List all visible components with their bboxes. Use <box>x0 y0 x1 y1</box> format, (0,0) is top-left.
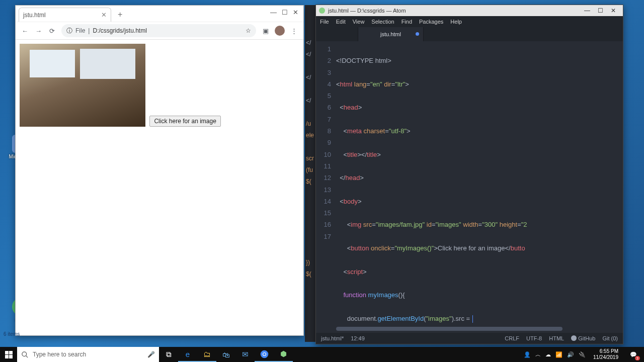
click-image-button[interactable]: Click here for an image <box>149 116 220 127</box>
bookmark-star-icon[interactable]: ☆ <box>246 27 251 34</box>
status-github[interactable]: GitHub <box>571 335 595 341</box>
window-title: jstu.html — D:\cssgrids — Atom <box>328 8 406 14</box>
status-eol[interactable]: CRLF <box>505 335 519 341</box>
window-controls: — ☐ ✕ <box>270 6 303 22</box>
reload-button[interactable]: ⟳ <box>48 27 56 35</box>
tray-onedrive-icon[interactable]: ☁ <box>545 351 551 358</box>
windows-logo-icon <box>5 351 13 358</box>
taskbar-app-chrome[interactable] <box>255 347 274 362</box>
start-button[interactable] <box>0 347 17 362</box>
maximize-button[interactable]: ☐ <box>594 7 607 14</box>
tray-power-icon[interactable]: 🔌 <box>579 351 586 358</box>
editor-tabs: jstu.html <box>316 27 623 41</box>
page-content: Click here for an image <box>16 40 303 131</box>
editor-tab-label: jstu.html <box>380 31 401 37</box>
browser-toolbar: ← → ⟳ ⓘ File | D:/cssgrids/jstu.html ☆ ▣… <box>16 22 303 40</box>
taskbar-app-atom[interactable]: ⬢ <box>274 347 293 362</box>
svg-point-4 <box>263 353 266 355</box>
modified-indicator-icon <box>416 32 419 36</box>
menu-help[interactable]: Help <box>450 19 462 25</box>
github-icon <box>571 335 577 341</box>
code-lines[interactable]: <!DOCTYPE html> <html lang="en" dir="ltr… <box>336 41 623 333</box>
menu-selection[interactable]: Selection <box>371 19 394 25</box>
menu-edit[interactable]: Edit <box>336 19 346 25</box>
svg-point-0 <box>22 351 27 356</box>
mic-icon[interactable]: 🎤 <box>147 351 155 358</box>
tray-people-icon[interactable]: 👤 <box>524 351 531 358</box>
explorer-status-text: 6 items <box>4 331 20 337</box>
browser-titlebar: jstu.html ✕ + — ☐ ✕ <box>16 6 303 22</box>
text-cursor <box>472 315 473 323</box>
status-git[interactable]: Git (0) <box>602 335 618 341</box>
tray-network-icon[interactable]: 📶 <box>555 351 562 358</box>
menu-file[interactable]: File <box>320 19 329 25</box>
status-language[interactable]: HTML <box>549 335 564 341</box>
atom-window: jstu.html — D:\cssgrids — Atom — ☐ ✕ Fil… <box>315 5 623 344</box>
code-editor[interactable]: 1234567891011121314151617 <!DOCTYPE html… <box>316 41 623 333</box>
system-tray: 👤 ︿ ☁ 📶 🔊 🔌 6:55 PM11/24/2019 💬 3 <box>524 347 644 362</box>
tray-volume-icon[interactable]: 🔊 <box>567 351 574 358</box>
status-cursor-pos[interactable]: 12:49 <box>351 335 365 341</box>
minimize-button[interactable]: — <box>270 9 277 22</box>
editor-titlebar: jstu.html — D:\cssgrids — Atom — ☐ ✕ <box>316 5 623 16</box>
editor-tab-active[interactable]: jstu.html <box>358 27 424 41</box>
menu-find[interactable]: Find <box>401 19 412 25</box>
background-editor-sliver: </</ </ </ /u ele scr(fu $( }) $( <box>305 5 316 342</box>
taskbar-app-explorer[interactable]: 🗂 <box>197 347 216 362</box>
chrome-menu-icon[interactable]: ⋮ <box>290 27 298 35</box>
new-tab-button[interactable]: + <box>113 8 127 22</box>
svg-line-1 <box>26 355 28 357</box>
editor-tab-inactive[interactable] <box>316 27 358 41</box>
horizontal-scrollbar[interactable] <box>336 327 619 331</box>
menu-view[interactable]: View <box>353 19 365 25</box>
line-numbers: 1234567891011121314151617 <box>316 41 336 333</box>
atom-icon <box>319 8 325 14</box>
menu-packages[interactable]: Packages <box>419 19 443 25</box>
back-button[interactable]: ← <box>21 27 29 35</box>
forward-button[interactable]: → <box>34 27 43 35</box>
chrome-window: jstu.html ✕ + — ☐ ✕ ← → ⟳ ⓘ File | D:/cs… <box>15 5 304 336</box>
close-tab-icon[interactable]: ✕ <box>101 11 107 19</box>
taskbar-app-edge[interactable]: e <box>178 347 197 362</box>
address-bar[interactable]: ⓘ File | D:/cssgrids/jstu.html ☆ <box>61 24 256 37</box>
taskbar-app-mail[interactable]: ✉ <box>235 347 255 362</box>
status-file[interactable]: jstu.html* <box>321 335 344 341</box>
editor-statusbar: jstu.html* 12:49 CRLF UTF-8 HTML GitHub … <box>316 333 623 344</box>
minimize-button[interactable]: — <box>581 7 594 14</box>
status-encoding[interactable]: UTF-8 <box>526 335 542 341</box>
search-icon <box>21 351 29 358</box>
close-window-button[interactable]: ✕ <box>293 9 298 22</box>
url-path: D:/cssgrids/jstu.html <box>93 27 146 34</box>
close-window-button[interactable]: ✕ <box>607 7 620 14</box>
editor-menubar: File Edit View Selection Find Packages H… <box>316 16 623 27</box>
search-placeholder: Type here to search <box>33 351 86 358</box>
action-center-button[interactable]: 💬 3 <box>626 347 641 362</box>
taskbar-search[interactable]: Type here to search 🎤 <box>17 347 159 362</box>
tray-chevron-icon[interactable]: ︿ <box>535 351 541 358</box>
taskbar: Type here to search 🎤 ⧉ e 🗂 🛍 ✉ ⬢ 👤 ︿ ☁ … <box>0 347 644 362</box>
tab-title: jstu.html <box>23 12 46 19</box>
task-view-button[interactable]: ⧉ <box>159 347 178 362</box>
taskbar-app-store[interactable]: 🛍 <box>216 347 235 362</box>
extensions-icon[interactable]: ▣ <box>261 27 270 35</box>
chrome-icon <box>260 350 269 358</box>
page-image <box>20 44 145 127</box>
maximize-button[interactable]: ☐ <box>282 9 288 22</box>
taskbar-clock[interactable]: 6:55 PM11/24/2019 <box>590 348 621 360</box>
site-info-icon[interactable]: ⓘ <box>66 27 72 35</box>
browser-tab[interactable]: jstu.html ✕ <box>19 8 111 22</box>
url-scheme: File <box>75 27 85 34</box>
notification-badge: 3 <box>635 356 640 360</box>
profile-avatar[interactable] <box>275 26 285 36</box>
